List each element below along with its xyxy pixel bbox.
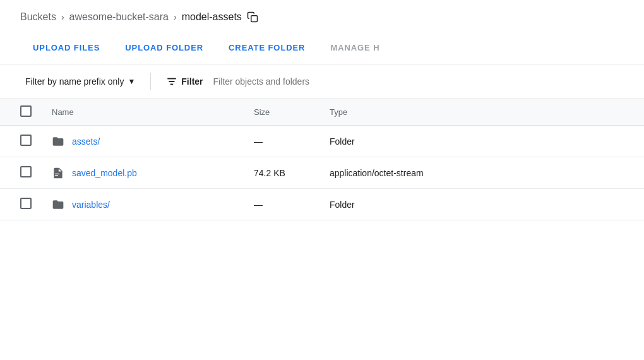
filter-button[interactable]: Filter (161, 72, 208, 91)
file-table: Name Size Type assets/ —Folder saved_mod… (0, 99, 644, 220)
file-icon-cell: assets/ (52, 135, 234, 148)
chevron-down-icon: ▼ (128, 77, 135, 86)
col-header-type: Type (319, 99, 644, 126)
file-icon (52, 167, 64, 179)
col-header-name: Name (42, 99, 244, 126)
file-name-link[interactable]: variables/ (72, 200, 110, 210)
filter-input-wrapper[interactable] (213, 76, 624, 87)
breadcrumb: Buckets › awesome-bucket-sara › model-as… (0, 0, 644, 32)
file-icon-cell: variables/ (52, 198, 234, 211)
row-name-cell: assets/ (42, 126, 244, 157)
folder-icon (52, 198, 64, 211)
breadcrumb-chevron-1: › (61, 12, 64, 22)
row-name-cell: saved_model.pb (42, 157, 244, 189)
file-name-link[interactable]: assets/ (72, 136, 100, 147)
breadcrumb-bucket-link[interactable]: awesome-bucket-sara (69, 11, 169, 23)
file-icon-cell: saved_model.pb (52, 167, 234, 179)
breadcrumb-buckets-link[interactable]: Buckets (20, 11, 56, 23)
svg-rect-4 (55, 173, 59, 174)
row-type-cell: application/octet-stream (319, 157, 644, 189)
create-folder-button[interactable]: CREATE FOLDER (216, 32, 318, 64)
select-all-checkbox[interactable] (20, 105, 32, 117)
row-checkbox[interactable] (20, 166, 32, 177)
row-checkbox-cell[interactable] (0, 126, 42, 157)
svg-rect-0 (251, 16, 258, 22)
copy-path-icon[interactable] (247, 11, 258, 23)
table-row: saved_model.pb 74.2 KBapplication/octet-… (0, 157, 644, 189)
row-size-cell: — (244, 189, 319, 220)
row-checkbox[interactable] (20, 135, 32, 146)
manage-button[interactable]: MANAGE H (318, 32, 392, 64)
filter-input[interactable] (213, 76, 624, 87)
folder-icon (52, 135, 64, 148)
filter-bar: Filter by name prefix only ▼ Filter (0, 64, 644, 99)
breadcrumb-chevron-2: › (174, 12, 177, 22)
row-name-cell: variables/ (42, 189, 244, 220)
filter-divider (150, 73, 151, 90)
filter-icon (166, 76, 177, 87)
row-type-cell: Folder (319, 189, 644, 220)
breadcrumb-current-path: model-assets (182, 11, 242, 23)
row-checkbox-cell[interactable] (0, 157, 42, 189)
row-size-cell: — (244, 126, 319, 157)
filter-btn-label: Filter (181, 76, 203, 87)
row-type-cell: Folder (319, 126, 644, 157)
file-name-link[interactable]: saved_model.pb (72, 168, 137, 178)
action-toolbar: UPLOAD FILES UPLOAD FOLDER CREATE FOLDER… (0, 32, 644, 64)
upload-folder-button[interactable]: UPLOAD FOLDER (112, 32, 216, 64)
table-row: assets/ —Folder (0, 126, 644, 157)
row-checkbox-cell[interactable] (0, 189, 42, 220)
upload-files-button[interactable]: UPLOAD FILES (20, 32, 112, 64)
filter-prefix-label: Filter by name prefix only (25, 76, 124, 87)
filter-prefix-dropdown[interactable]: Filter by name prefix only ▼ (20, 73, 140, 90)
row-checkbox[interactable] (20, 198, 32, 209)
svg-rect-5 (55, 175, 58, 176)
col-header-checkbox[interactable] (0, 99, 42, 126)
col-header-size: Size (244, 99, 319, 126)
row-size-cell: 74.2 KB (244, 157, 319, 189)
table-header-row: Name Size Type (0, 99, 644, 126)
table-row: variables/ —Folder (0, 189, 644, 220)
